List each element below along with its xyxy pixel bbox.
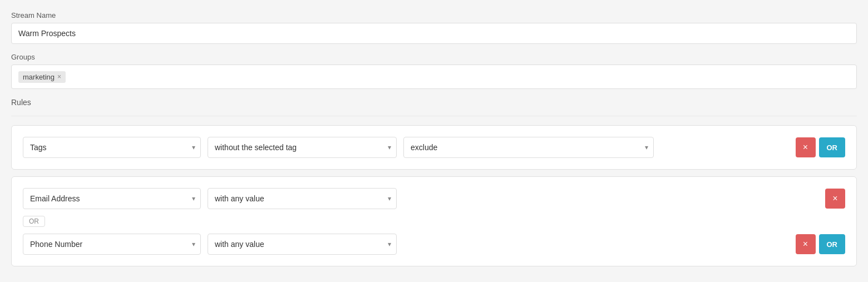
stream-name-label: Stream Name [11, 11, 857, 19]
rule-group-1: Tags Email Address Phone Number First Na… [11, 125, 857, 170]
rule3-actions: × OR [796, 234, 846, 254]
tag-chip-marketing: marketing × [18, 71, 66, 83]
rule2-condition-wrapper: with any value with value without any va… [208, 188, 397, 209]
rules-divider [11, 116, 857, 116]
rule2-actions: × [825, 189, 845, 209]
rule1-actions: × OR [796, 137, 846, 157]
groups-input-box[interactable]: marketing × [11, 65, 857, 89]
rule2-field-select[interactable]: Email Address Tags Phone Number First Na… [23, 188, 201, 209]
rule2-field-wrapper: Email Address Tags Phone Number First Na… [23, 188, 201, 209]
or-badge: OR [23, 216, 45, 227]
rules-label: Rules [11, 98, 857, 107]
rule3-condition-wrapper: with any value with value without any va… [208, 234, 397, 255]
rule3-field-wrapper: Phone Number Tags Email Address First Na… [23, 234, 201, 255]
rule1-or-button[interactable]: OR [819, 137, 846, 157]
rule2-remove-button[interactable]: × [825, 189, 845, 209]
rule2-condition-select[interactable]: with any value with value without any va… [208, 188, 397, 209]
rule-group-2: Email Address Tags Phone Number First Na… [11, 176, 857, 266]
tag-chip-label: marketing [23, 73, 55, 81]
groups-label: Groups [11, 53, 857, 61]
rules-section: Rules Tags Email Address Phone Number Fi… [11, 98, 857, 266]
rule1-condition-select[interactable]: without the selected tag with the select… [208, 137, 397, 158]
tag-chip-remove-marketing[interactable]: × [57, 73, 61, 80]
stream-name-section: Stream Name [11, 11, 857, 44]
rule1-field-wrapper: Tags Email Address Phone Number First Na… [23, 137, 201, 158]
rule1-action-select[interactable]: exclude include [403, 137, 654, 158]
rule3-or-button[interactable]: OR [819, 234, 846, 254]
rule1-field-select[interactable]: Tags Email Address Phone Number First Na… [23, 137, 201, 158]
rule-row-2: Email Address Tags Phone Number First Na… [23, 188, 845, 209]
groups-section: Groups marketing × [11, 53, 857, 89]
stream-name-input[interactable] [11, 23, 857, 44]
rule1-action-wrapper: exclude include ▾ [403, 137, 654, 158]
or-divider: OR [23, 216, 845, 227]
rule3-condition-select[interactable]: with any value with value without any va… [208, 234, 397, 255]
rule-row-1: Tags Email Address Phone Number First Na… [23, 137, 845, 158]
rule3-remove-button[interactable]: × [796, 234, 816, 254]
rule3-field-select[interactable]: Phone Number Tags Email Address First Na… [23, 234, 201, 255]
rule1-remove-button[interactable]: × [796, 137, 816, 157]
rule-row-3: Phone Number Tags Email Address First Na… [23, 234, 845, 255]
rule1-condition-wrapper: without the selected tag with the select… [208, 137, 397, 158]
